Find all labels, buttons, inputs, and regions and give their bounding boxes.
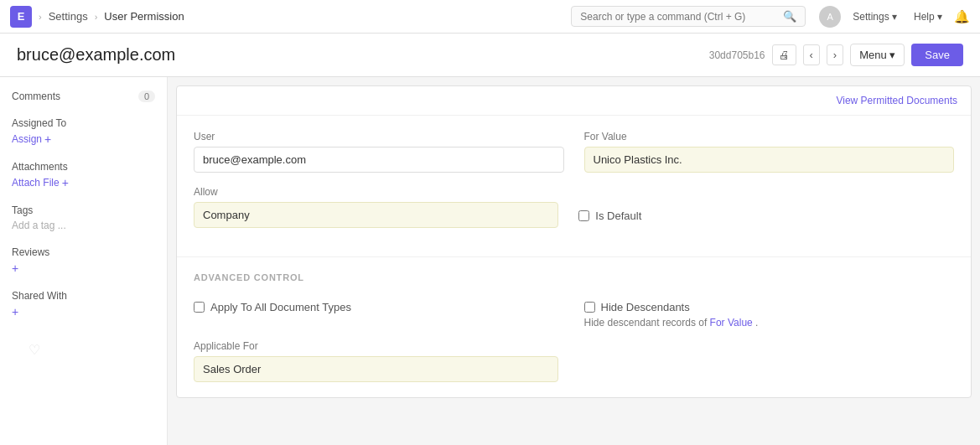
page-header: bruce@example.com 30dd705b16 🖨 ‹ › Menu …	[0, 34, 980, 77]
form-section: User For Value Allow	[177, 116, 971, 257]
advanced-title: ADVANCED CONTROL	[194, 272, 954, 282]
attach-plus-icon: +	[62, 176, 69, 189]
hide-descendants-label[interactable]: Hide Descendants	[601, 301, 690, 313]
shared-plus-icon: +	[12, 305, 18, 318]
sidebar-shared-with: Shared With +	[12, 290, 155, 318]
comments-label: Comments 0	[12, 91, 155, 102]
view-permitted-button[interactable]: View Permitted Documents	[836, 95, 957, 106]
hide-descendants-description: Hide descendant records of For Value .	[584, 317, 955, 329]
hide-descendants-row: Hide Descendants	[584, 294, 955, 313]
reviews-label: Reviews	[12, 246, 155, 258]
assign-plus-icon: +	[44, 132, 51, 146]
advanced-row-1: Apply To All Document Types Hide Descend…	[194, 294, 954, 329]
sidebar-attachments: Attachments Attach File +	[12, 161, 155, 189]
content-area: View Permitted Documents User For Value	[168, 77, 980, 445]
tags-label: Tags	[12, 204, 155, 216]
help-menu-btn[interactable]: Help ▾	[909, 8, 947, 25]
menu-button[interactable]: Menu ▾	[850, 44, 905, 66]
next-button[interactable]: ›	[827, 44, 843, 65]
is-default-row: Is Default	[578, 203, 954, 222]
attachments-label: Attachments	[12, 161, 155, 173]
add-tag-input[interactable]: Add a tag ...	[12, 220, 155, 231]
doc-id: 30dd705b16	[709, 49, 765, 61]
allow-field-group: Allow	[194, 186, 558, 228]
shared-with-label: Shared With	[12, 290, 155, 302]
settings-menu-btn[interactable]: Settings ▾	[848, 8, 902, 25]
comments-count: 0	[138, 91, 155, 102]
sidebar-tags: Tags Add a tag ...	[12, 204, 155, 231]
user-input[interactable]	[194, 147, 564, 173]
app-icon: E	[10, 6, 32, 28]
applicable-for-group: Applicable For	[194, 340, 558, 382]
is-default-checkbox[interactable]	[578, 210, 589, 221]
apply-all-row: Apply To All Document Types	[194, 294, 564, 313]
is-default-group: Is Default	[578, 186, 954, 228]
assign-link[interactable]: Assign +	[12, 132, 155, 146]
is-default-label[interactable]: Is Default	[595, 210, 641, 222]
sidebar-assigned-to: Assigned To Assign +	[12, 117, 155, 146]
breadcrumb-settings[interactable]: Settings	[49, 10, 88, 23]
view-permitted-bar: View Permitted Documents	[177, 86, 971, 116]
search-input[interactable]	[580, 11, 778, 23]
form-row-2: Allow Is Default	[194, 186, 954, 228]
page-title: bruce@example.com	[17, 45, 699, 65]
form-row-1: User For Value	[194, 131, 954, 173]
applicable-for-label: Applicable For	[194, 340, 558, 352]
top-nav: E › Settings › User Permission 🔍 A Setti…	[0, 0, 980, 34]
allow-input[interactable]	[194, 202, 558, 228]
breadcrumb-chevron-1: ›	[39, 12, 42, 22]
main-layout: Comments 0 Assigned To Assign + Attachme…	[0, 77, 980, 445]
allow-label: Allow	[194, 186, 558, 198]
content-card: View Permitted Documents User For Value	[176, 85, 972, 398]
assigned-to-label: Assigned To	[12, 117, 155, 129]
breadcrumb-user-permission: User Permission	[104, 10, 184, 23]
breadcrumb-chevron-2: ›	[95, 12, 98, 22]
apply-all-checkbox[interactable]	[194, 302, 205, 313]
advanced-section: ADVANCED CONTROL Apply To All Document T…	[177, 257, 971, 397]
search-bar[interactable]: 🔍	[571, 6, 806, 27]
print-button[interactable]: 🖨	[772, 44, 796, 65]
for-value-input[interactable]	[584, 147, 955, 173]
add-review-button[interactable]: +	[12, 261, 155, 275]
hide-descendants-checkbox[interactable]	[584, 302, 595, 313]
nav-right: A Settings ▾ Help ▾ 🔔	[819, 6, 970, 28]
save-button[interactable]: Save	[911, 44, 963, 66]
for-value-label: For Value	[584, 131, 955, 142]
sidebar-comments: Comments 0	[12, 91, 155, 102]
header-actions: 30dd705b16 🖨 ‹ › Menu ▾ Save	[709, 44, 963, 66]
for-value-highlight: For Value	[710, 317, 753, 329]
user-label: User	[194, 131, 564, 142]
sidebar-reviews: Reviews +	[12, 246, 155, 275]
heart-icon[interactable]: ♡	[29, 343, 40, 357]
apply-all-group: Apply To All Document Types	[194, 294, 564, 329]
applicable-for-input[interactable]	[194, 356, 558, 382]
user-field-group: User	[194, 131, 564, 173]
review-plus-icon: +	[12, 261, 18, 275]
heart-bar: ♡	[12, 334, 155, 366]
apply-all-label[interactable]: Apply To All Document Types	[210, 301, 351, 313]
add-shared-button[interactable]: +	[12, 305, 155, 318]
hide-descendants-group: Hide Descendants Hide descendant records…	[584, 294, 955, 329]
prev-button[interactable]: ‹	[803, 44, 820, 65]
for-value-field-group: For Value	[584, 131, 955, 173]
sidebar: Comments 0 Assigned To Assign + Attachme…	[0, 77, 168, 445]
avatar: A	[819, 6, 841, 28]
attach-file-link[interactable]: Attach File +	[12, 176, 155, 189]
search-icon: 🔍	[783, 10, 796, 23]
notification-bell-icon[interactable]: 🔔	[954, 9, 970, 24]
